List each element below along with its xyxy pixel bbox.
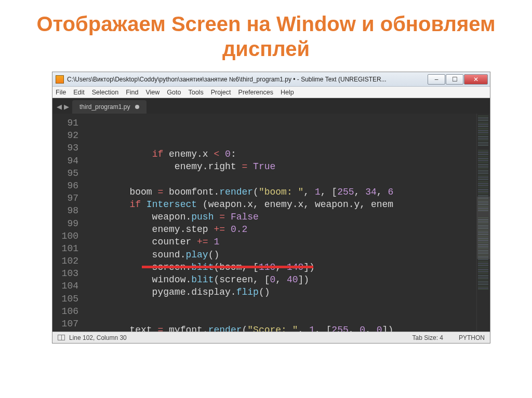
line-number: 98 [52,204,78,217]
line-number: 97 [52,192,78,204]
menu-edit[interactable]: Edit [73,89,85,96]
tab-active[interactable]: third_program1.py [72,100,147,114]
menu-project[interactable]: Project [211,89,231,96]
menu-file[interactable]: File [56,89,66,96]
status-syntax[interactable]: PYTHON [459,334,485,341]
highlight-underline [142,266,313,268]
minimize-button[interactable]: – [428,74,445,85]
line-number: 95 [52,167,78,180]
code-line[interactable]: window.blit(screen, [0, 40]) [85,273,476,286]
tab-bar: ◀ ▶ third_program1.py [52,98,490,114]
line-number: 101 [52,242,78,255]
code-line[interactable]: boom = boomfont.render("boom: ", 1, [255… [85,186,476,198]
line-number: 105 [52,293,78,305]
window-titlebar[interactable]: C:\Users\Виктор\Desktop\Coddy\python\зан… [52,72,490,87]
line-number: 102 [52,255,78,267]
slide-title: Отображаем Screen на Window и обновляем … [0,0,532,67]
code-line[interactable]: if enemy.x < 0: [85,148,476,160]
code-line[interactable] [85,173,476,185]
code-line[interactable]: enemy.right = True [85,160,476,173]
menu-selection[interactable]: Selection [92,89,118,96]
maximize-button[interactable]: ☐ [446,74,463,85]
status-tab-size[interactable]: Tab Size: 4 [413,334,443,341]
code-line[interactable]: counter += 1 [85,236,476,248]
tab-nav-arrows: ◀ ▶ [55,103,72,114]
code-line[interactable] [85,298,476,311]
tab-dirty-icon [135,105,139,109]
status-bar: Line 102, Column 30 Tab Size: 4 PYTHON [52,332,490,343]
close-button[interactable]: ✕ [464,74,488,85]
line-number: 104 [52,280,78,292]
line-number: 94 [52,155,78,167]
menu-tools[interactable]: Tools [188,89,203,96]
nav-forward-icon[interactable]: ▶ [64,103,69,111]
line-number: 106 [52,305,78,318]
code-line[interactable]: sound.play() [85,249,476,261]
line-number: 99 [52,217,78,230]
code-line[interactable]: pygame.display.flip() [85,286,476,298]
line-number: 96 [52,180,78,192]
line-number: 91 [52,117,78,129]
code-content[interactable]: if enemy.x < 0: enemy.right = True boom … [85,114,476,332]
line-number: 92 [52,129,78,142]
line-number: 100 [52,230,78,242]
code-line[interactable]: text = myfont.render("Score: ", 1, [255,… [85,324,476,332]
window-controls: – ☐ ✕ [428,74,488,85]
line-number: 107 [52,318,78,330]
menu-preferences[interactable]: Preferences [238,89,273,96]
status-position[interactable]: Line 102, Column 30 [69,334,127,341]
code-line[interactable]: enemy.step += 0.2 [85,223,476,236]
menu-bar: File Edit Selection Find View Goto Tools… [52,87,490,98]
menu-help[interactable]: Help [281,89,294,96]
menu-find[interactable]: Find [126,89,138,96]
line-number: 93 [52,142,78,154]
code-line[interactable] [85,311,476,323]
code-line[interactable]: weapon.push = False [85,211,476,223]
nav-back-icon[interactable]: ◀ [57,103,62,111]
panes-icon[interactable] [58,335,65,340]
window-title-text: C:\Users\Виктор\Desktop\Coddy\python\зан… [67,76,428,83]
menu-goto[interactable]: Goto [167,89,181,96]
tab-label: third_program1.py [79,103,130,111]
editor-window: C:\Users\Виктор\Desktop\Coddy\python\зан… [52,72,490,344]
app-icon [56,75,64,84]
code-line[interactable]: if Intersect (weapon.x, enemy.x, weapon.… [85,198,476,211]
code-area[interactable]: 9192939495969798991001011021031041051061… [52,114,490,332]
line-number-gutter: 9192939495969798991001011021031041051061… [52,114,85,332]
minimap[interactable] [476,114,490,332]
line-number: 103 [52,267,78,280]
menu-view[interactable]: View [145,89,159,96]
